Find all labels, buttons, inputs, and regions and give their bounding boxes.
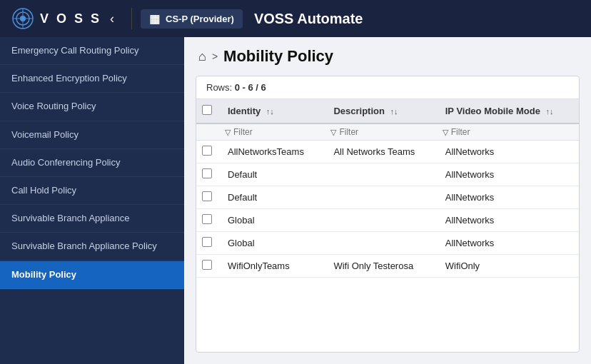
col-identity-label: Identity <box>228 106 261 116</box>
header-divider <box>131 8 132 29</box>
filter-identity-cell[interactable]: ▽ Filter <box>219 123 325 141</box>
col-ip-video-sort-icon[interactable]: ↑↓ <box>546 107 554 116</box>
row-ip-video-mobile-mode: AllNetworks <box>437 186 579 209</box>
filter-description-label: Filter <box>339 127 358 137</box>
sidebar-item-emergency-call-routing-policy[interactable]: Emergency Call Routing Policy <box>0 37 184 65</box>
page-title: Mobility Policy <box>223 47 333 66</box>
row-identity: Default <box>219 163 325 186</box>
breadcrumb: ⌂ > Mobility Policy <box>184 37 591 76</box>
table-row[interactable]: GlobalAllNetworks <box>196 232 579 255</box>
main-layout: Emergency Call Routing PolicyEnhanced En… <box>0 37 591 364</box>
rows-info: Rows: 0 - 6 / 6 <box>196 76 579 99</box>
table-body: AllNetworksTeamsAll Networks TeamsAllNet… <box>196 141 579 278</box>
col-ip-video-label: IP Video Mobile Mode <box>445 106 540 116</box>
filter-description-icon: ▽ <box>330 128 336 137</box>
select-all-checkbox-col <box>196 99 219 123</box>
filter-identity-label: Filter <box>233 127 253 137</box>
col-description-sort-icon[interactable]: ↑↓ <box>390 107 398 116</box>
collapse-sidebar-button[interactable]: ‹ <box>110 11 114 26</box>
sidebar-item-survivable-branch-appliance-policy[interactable]: Survivable Branch Appliance Policy <box>0 233 184 261</box>
sidebar-item-enhanced-encryption-policy[interactable]: Enhanced Encryption Policy <box>0 65 184 93</box>
sidebar-item-audio-conferencing-policy[interactable]: Audio Conferencing Policy <box>0 149 184 177</box>
sidebar-item-voice-routing-policy[interactable]: Voice Routing Policy <box>0 93 184 121</box>
provider-badge[interactable]: ▦ CS-P (Provider) <box>141 9 243 29</box>
col-description[interactable]: Description ↑↓ <box>325 99 436 123</box>
row-checkbox-col <box>196 163 219 186</box>
table-row[interactable]: GlobalAllNetworks <box>196 209 579 232</box>
filter-checkbox-col <box>196 123 219 141</box>
row-checkbox[interactable] <box>202 237 212 247</box>
home-icon[interactable]: ⌂ <box>198 49 206 64</box>
sidebar-item-call-hold-policy[interactable]: Call Hold Policy <box>0 177 184 205</box>
sidebar-item-voicemail-policy[interactable]: Voicemail Policy <box>0 121 184 149</box>
provider-label: CS-P (Provider) <box>166 14 234 24</box>
row-checkbox-col <box>196 141 219 163</box>
row-ip-video-mobile-mode: AllNetworks <box>437 209 579 232</box>
row-checkbox-col <box>196 186 219 209</box>
row-description <box>325 209 436 232</box>
row-description <box>325 163 436 186</box>
voss-logo-icon <box>11 7 34 30</box>
logo-area: V O S S <box>11 7 101 30</box>
table-header-row: Identity ↑↓ Description ↑↓ IP Video Mobi… <box>196 99 579 123</box>
row-description <box>325 232 436 255</box>
sidebar: Emergency Call Routing PolicyEnhanced En… <box>0 37 184 364</box>
col-description-label: Description <box>333 106 385 116</box>
breadcrumb-chevron: > <box>212 51 218 62</box>
content-area: ⌂ > Mobility Policy Rows: 0 - 6 / 6 Iden… <box>184 37 591 364</box>
sidebar-item-mobility-policy[interactable]: Mobility Policy <box>0 261 184 289</box>
row-ip-video-mobile-mode: AllNetworks <box>437 232 579 255</box>
row-checkbox[interactable] <box>202 146 212 156</box>
filter-identity-icon: ▽ <box>225 128 231 137</box>
row-ip-video-mobile-mode: WifiOnly <box>437 255 579 278</box>
table-row[interactable]: WifiOnlyTeamsWifi Only TesterosaWifiOnly <box>196 255 579 278</box>
table-row[interactable]: AllNetworksTeamsAll Networks TeamsAllNet… <box>196 141 579 163</box>
row-checkbox[interactable] <box>202 191 212 201</box>
row-identity: Default <box>219 186 325 209</box>
row-ip-video-mobile-mode: AllNetworks <box>437 141 579 163</box>
provider-icon: ▦ <box>149 12 160 26</box>
row-identity: WifiOnlyTeams <box>219 255 325 278</box>
table-row[interactable]: DefaultAllNetworks <box>196 186 579 209</box>
row-checkbox[interactable] <box>202 214 212 224</box>
col-identity[interactable]: Identity ↑↓ <box>219 99 325 123</box>
logo-text: V O S S <box>40 11 101 26</box>
data-table: Identity ↑↓ Description ↑↓ IP Video Mobi… <box>196 99 579 278</box>
filter-row: ▽ Filter ▽ Filter ▽ <box>196 123 579 141</box>
filter-description-cell[interactable]: ▽ Filter <box>325 123 436 141</box>
row-checkbox-col <box>196 255 219 278</box>
row-description: All Networks Teams <box>325 141 436 163</box>
row-checkbox[interactable] <box>202 260 212 270</box>
row-identity: Global <box>219 209 325 232</box>
col-identity-sort-icon[interactable]: ↑↓ <box>266 107 274 116</box>
row-identity: AllNetworksTeams <box>219 141 325 163</box>
app-title: VOSS Automate <box>254 11 363 27</box>
row-checkbox[interactable] <box>202 168 212 178</box>
top-header: V O S S ‹ ▦ CS-P (Provider) VOSS Automat… <box>0 0 591 37</box>
row-description <box>325 186 436 209</box>
filter-ipvideo-icon: ▽ <box>443 128 448 137</box>
select-all-checkbox[interactable] <box>202 105 212 115</box>
row-checkbox-col <box>196 209 219 232</box>
row-description: Wifi Only Testerosa <box>325 255 436 278</box>
row-ip-video-mobile-mode: AllNetworks <box>437 163 579 186</box>
row-identity: Global <box>219 232 325 255</box>
table-row[interactable]: DefaultAllNetworks <box>196 163 579 186</box>
col-ip-video-mobile-mode[interactable]: IP Video Mobile Mode ↑↓ <box>437 99 579 123</box>
filter-ipvideo-label: Filter <box>451 127 470 137</box>
rows-count: 0 - 6 / 6 <box>235 82 266 93</box>
sidebar-item-survivable-branch-appliance[interactable]: Survivable Branch Appliance <box>0 205 184 233</box>
table-container: Rows: 0 - 6 / 6 Identity ↑↓ Description <box>196 76 580 353</box>
filter-ipvideo-cell[interactable]: ▽ Filter <box>437 123 579 141</box>
row-checkbox-col <box>196 232 219 255</box>
